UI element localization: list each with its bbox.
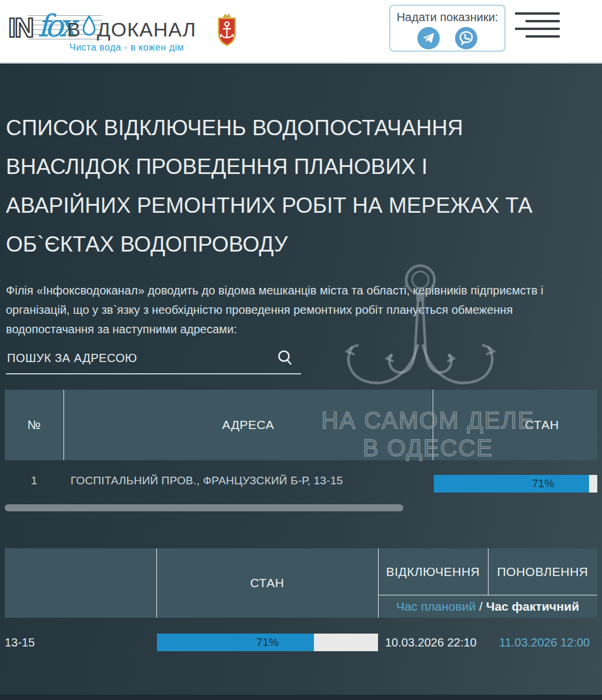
brand-rest: ДОКАНАЛ	[97, 18, 196, 41]
on-time: 11.03.2026 12:00	[499, 625, 590, 660]
page: IN fox В ДОКАНАЛ Чиста вода - в кожен ді…	[0, 0, 602, 700]
column-header-num: №	[5, 390, 63, 460]
horizontal-scrollbar[interactable]	[5, 504, 403, 511]
intro-paragraph: Філія «Інфоксводоканал» доводить до відо…	[6, 281, 561, 339]
column-header-state: СТАН	[433, 390, 597, 460]
submit-readings-label: Надати показники:	[390, 11, 504, 24]
table-row: 1 ГОСПІТАЛЬНИЙ ПРОВ., ФРАНЦУЗСКИЙ Б-Р, 1…	[5, 460, 597, 501]
submit-readings-panel: Надати показники:	[389, 5, 506, 52]
outage-table: № АДРЕСА СТАН 1 ГОСПІТАЛЬНИЙ ПРОВ., ФРАН…	[5, 390, 597, 507]
search-icon[interactable]	[276, 349, 294, 369]
outage-table-header: № АДРЕСА СТАН	[5, 390, 597, 460]
time-planned-label: Час плановий	[396, 599, 476, 614]
water-drop-icon	[82, 15, 96, 41]
row-address: 13-15	[5, 625, 35, 660]
odesa-coat-of-arms	[215, 13, 239, 49]
row-number: 1	[5, 460, 63, 501]
main-content: СПИСОК ВІДКЛЮЧЕНЬ ВОДОПОСТАЧАННЯ ВНАСЛІД…	[0, 63, 602, 700]
page-title-line: СПИСОК ВІДКЛЮЧЕНЬ ВОДОПОСТАЧАННЯ	[6, 109, 597, 148]
page-title-line: ВНАСЛІДОК ПРОВЕДЕННЯ ПЛАНОВИХ І	[6, 148, 597, 186]
column-header-address: АДРЕСА	[63, 390, 433, 460]
column-header-state: СТАН	[156, 548, 378, 618]
page-title-line: АВАРІЙНИХ РЕМОНТНИХ РОБІТ НА МЕРЕЖАХ ТА	[6, 186, 597, 225]
hamburger-menu-icon[interactable]	[515, 12, 560, 43]
address-search	[6, 349, 301, 374]
time-actual-label: Час фактичний	[486, 599, 579, 614]
time-legend: Час плановий / Час фактичний	[378, 595, 597, 618]
logo-tagline: Чиста вода - в кожен дім	[69, 42, 184, 53]
telegram-icon[interactable]	[417, 27, 440, 49]
off-time: 10.03.2026 22:10	[385, 625, 477, 660]
row-address: ГОСПІТАЛЬНИЙ ПРОВ., ФРАНЦУЗСКИЙ Б-Р, 13-…	[71, 460, 343, 501]
logo-in-text: IN	[8, 12, 33, 43]
progress-label: 71%	[434, 475, 597, 493]
progress-bar: 71%	[157, 634, 378, 651]
page-title-line: ОБ`ЄКТАХ ВОДОПРОВОДУ	[6, 225, 597, 264]
column-header-on: ПОНОВЛЕННЯ	[488, 548, 597, 595]
time-separator: /	[476, 599, 486, 614]
progress-label: 71%	[157, 634, 378, 651]
brand-first-letter: В	[67, 18, 81, 41]
site-logo[interactable]: IN fox В ДОКАНАЛ Чиста вода - в кожен ді…	[8, 7, 255, 59]
column-header-off: ВІДКЛЮЧЕННЯ	[378, 548, 488, 595]
viber-icon[interactable]	[455, 27, 477, 49]
table-row: 13-15 71% 10.03.2026 22:10 11.03.2026 12…	[0, 625, 602, 660]
search-input[interactable]	[6, 349, 301, 374]
site-header: IN fox В ДОКАНАЛ Чиста вода - в кожен ді…	[0, 0, 602, 63]
detail-table-header: СТАН ВІДКЛЮЧЕННЯ ПОНОВЛЕННЯ Час плановий…	[5, 548, 597, 618]
progress-bar: 71%	[434, 475, 597, 493]
page-title: СПИСОК ВІДКЛЮЧЕНЬ ВОДОПОСТАЧАННЯ ВНАСЛІД…	[6, 109, 597, 264]
footer-strip	[0, 695, 602, 700]
logo-vodokanal: В ДОКАНАЛ	[67, 15, 196, 41]
